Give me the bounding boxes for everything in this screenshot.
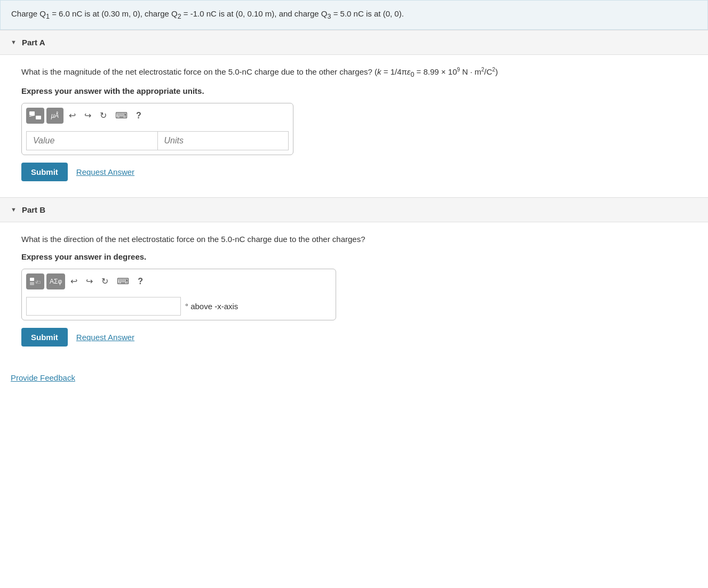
part-b-header: ▼ Part B (0, 198, 708, 222)
problem-text: Charge Q1 = 6.0 nC is at (0.30 m, 0), ch… (11, 9, 404, 18)
provide-feedback-link[interactable]: Provide Feedback (11, 373, 75, 382)
part-b-submit-button[interactable]: Submit (21, 328, 68, 347)
part-b-help-icon[interactable]: ? (134, 273, 146, 289)
part-b-toolbar: √□ ΑΣφ ↩ ↪ ↻ ⌨ ? (26, 273, 331, 293)
part-a-input-row (26, 131, 289, 150)
part-a-keyboard-icon[interactable]: ⌨ (112, 108, 131, 124)
part-a-actions: Submit Request Answer (21, 163, 687, 181)
part-b-undo-icon[interactable]: ↩ (67, 273, 81, 289)
part-b-redo-icon[interactable]: ↪ (83, 273, 96, 289)
part-a-request-answer-button[interactable]: Request Answer (76, 167, 134, 176)
part-b-express: Express your answer in degrees. (21, 252, 687, 261)
svg-line-2 (29, 115, 35, 116)
part-b-input-row: ° above -x-axis (26, 297, 331, 316)
part-a-units-input[interactable] (157, 131, 289, 150)
part-a-help-icon[interactable]: ? (133, 108, 145, 124)
part-a-toolbar: μÅ ↩ ↪ ↻ ⌨ ? (26, 108, 289, 127)
part-a-question: What is the magnitude of the net electro… (21, 66, 687, 80)
part-b-section: ▼ Part B What is the direction of the ne… (0, 197, 708, 363)
part-a-redo-icon[interactable]: ↪ (81, 108, 94, 124)
part-b-content: What is the direction of the net electro… (0, 222, 708, 363)
svg-rect-4 (30, 282, 34, 285)
part-a-units-icon[interactable]: μÅ (46, 108, 63, 124)
part-b-fraction-icon[interactable]: √□ (26, 273, 44, 289)
part-b-keyboard-icon[interactable]: ⌨ (114, 273, 132, 289)
part-b-greek-icon[interactable]: ΑΣφ (46, 273, 65, 289)
feedback-section: Provide Feedback (0, 363, 708, 398)
svg-text:√□: √□ (35, 280, 40, 285)
part-b-title: Part B (22, 205, 45, 214)
part-a-value-input[interactable] (26, 131, 157, 150)
part-b-refresh-icon[interactable]: ↻ (98, 273, 112, 289)
part-a-refresh-icon[interactable]: ↻ (97, 108, 110, 124)
part-a-express: Express your answer with the appropriate… (21, 86, 687, 95)
part-a-title: Part A (22, 38, 45, 47)
part-b-degree-suffix: ° above -x-axis (185, 302, 238, 311)
part-a-section: ▼ Part A What is the magnitude of the ne… (0, 30, 708, 197)
part-a-content: What is the magnitude of the net electro… (0, 55, 708, 197)
part-a-answer-box: μÅ ↩ ↪ ↻ ⌨ ? (21, 103, 293, 155)
part-a-submit-button[interactable]: Submit (21, 163, 68, 181)
part-a-header: ▼ Part A (0, 30, 708, 55)
svg-rect-1 (36, 116, 41, 119)
part-b-chevron-icon[interactable]: ▼ (11, 206, 17, 213)
problem-statement: Charge Q1 = 6.0 nC is at (0.30 m, 0), ch… (0, 0, 708, 30)
svg-rect-3 (30, 278, 34, 281)
part-a-fraction-icon[interactable] (26, 108, 44, 124)
part-b-answer-box: √□ ΑΣφ ↩ ↪ ↻ ⌨ ? ° above -x-axis (21, 269, 336, 320)
part-b-question: What is the direction of the net electro… (21, 233, 687, 246)
part-b-request-answer-button[interactable]: Request Answer (76, 333, 134, 342)
part-b-degree-input[interactable] (26, 297, 181, 316)
svg-rect-0 (29, 111, 35, 115)
part-b-actions: Submit Request Answer (21, 328, 687, 347)
part-a-undo-icon[interactable]: ↩ (66, 108, 79, 124)
part-a-chevron-icon[interactable]: ▼ (11, 39, 17, 45)
